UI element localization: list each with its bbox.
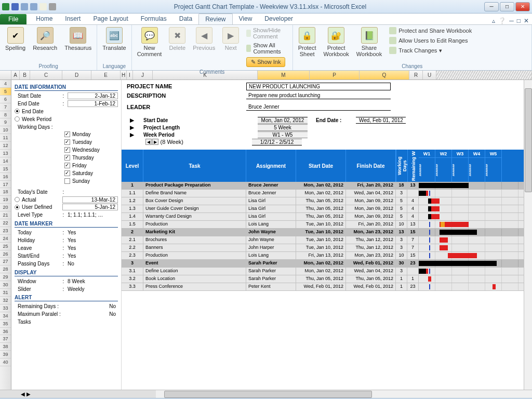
close-button[interactable]: ✕ xyxy=(515,2,530,11)
row-header-37[interactable]: 37 xyxy=(0,335,11,343)
end-date-field[interactable]: 1-Feb-12 xyxy=(68,100,118,107)
col-header-I[interactable]: I xyxy=(127,71,133,79)
row-header-31[interactable]: 31 xyxy=(0,289,11,297)
next-comment-button[interactable]: ▶Next xyxy=(220,26,241,52)
table-row[interactable]: 1.2Box Cover DesignLisa GirlThu, Jan 05,… xyxy=(122,197,532,205)
research-button[interactable]: 🔎Research xyxy=(31,26,59,52)
row-header-9[interactable]: 9 xyxy=(0,118,11,126)
col-header-Q[interactable]: Q xyxy=(360,71,409,79)
sheet-tabs[interactable]: ◀ ▶ xyxy=(0,390,156,398)
row-header-30[interactable]: 30 xyxy=(0,281,11,289)
col-header-U[interactable]: U xyxy=(423,71,436,79)
row-header-13[interactable]: 13 xyxy=(0,150,11,157)
col-header-M[interactable]: M xyxy=(258,71,310,79)
row-header-34[interactable]: 34 xyxy=(0,312,11,320)
protect-sheet-button[interactable]: 🔒Protect Sheet xyxy=(296,26,318,58)
print-icon[interactable] xyxy=(49,3,56,10)
tab-data[interactable]: Data xyxy=(173,14,198,24)
column-headers[interactable]: ABCDEHIJKMPQRU xyxy=(0,71,532,80)
table-row[interactable]: 1.1Define Brand NameBruce JennerMon, Jan… xyxy=(122,190,532,197)
day-monday-checkbox[interactable] xyxy=(64,131,70,137)
day-friday-checkbox[interactable] xyxy=(64,163,70,168)
start-date-field[interactable]: 2-Jan-12 xyxy=(68,92,118,99)
minimize-button[interactable]: ─ xyxy=(484,2,499,11)
col-header-select-all[interactable] xyxy=(0,71,11,79)
row-header-29[interactable]: 29 xyxy=(0,273,11,281)
row-header-18[interactable]: 18 xyxy=(0,188,11,196)
table-row[interactable]: 3.3Press ConferencePeter KentWed, Feb 01… xyxy=(122,283,532,291)
end-date-radio[interactable] xyxy=(15,109,20,114)
day-sunday-checkbox[interactable] xyxy=(64,178,70,184)
ribbon-min-icon[interactable]: ▵ xyxy=(492,17,495,24)
col-header-P[interactable]: P xyxy=(310,71,360,79)
wb-close-icon[interactable]: ✕ xyxy=(524,17,529,24)
col-header-B[interactable]: B xyxy=(20,71,30,79)
col-header-A[interactable]: A xyxy=(11,71,20,79)
week-nav[interactable]: ◀▶ xyxy=(145,139,158,145)
row-header-4[interactable]: 4 xyxy=(0,80,11,88)
row-header-14[interactable]: 14 xyxy=(0,157,11,165)
redo-icon[interactable] xyxy=(30,3,37,10)
row-header-6[interactable]: 6 xyxy=(0,96,11,103)
user-defined-radio[interactable] xyxy=(15,205,20,210)
col-header-D[interactable]: D xyxy=(62,71,91,79)
col-header-R[interactable]: R xyxy=(409,71,423,79)
spelling-button[interactable]: ✔Spelling xyxy=(3,26,28,52)
tab-view[interactable]: View xyxy=(233,14,259,24)
show-all-comments-button[interactable]: Show All Comments xyxy=(244,41,289,56)
tab-home[interactable]: Home xyxy=(30,14,59,24)
row-header-26[interactable]: 26 xyxy=(0,250,11,258)
tab-insert[interactable]: Insert xyxy=(59,14,87,24)
row-header-19[interactable]: 19 xyxy=(0,196,11,204)
row-header-24[interactable]: 24 xyxy=(0,235,11,243)
row-header-7[interactable]: 7 xyxy=(0,103,11,111)
table-row[interactable]: 2.3ProductionLois LangFri, Jan 13, 2012M… xyxy=(122,252,532,260)
previous-comment-button[interactable]: ◀Previous xyxy=(191,26,217,52)
row-headers[interactable]: 4567891011121314151617181920212223242526… xyxy=(0,80,11,390)
track-changes-button[interactable]: Track Changes ▾ xyxy=(387,46,474,55)
table-row[interactable]: 3.1Define LocationSarah ParkerMon, Jan 0… xyxy=(122,268,532,275)
wb-restore-icon[interactable]: □ xyxy=(517,17,521,24)
row-header-10[interactable]: 10 xyxy=(0,126,11,134)
tab-page-layout[interactable]: Page Layout xyxy=(87,14,134,24)
row-header-39[interactable]: 39 xyxy=(0,351,11,358)
translate-button[interactable]: 🔤Translate xyxy=(100,26,128,52)
vertical-scrollbar[interactable] xyxy=(524,80,532,390)
delete-comment-button[interactable]: ✖Delete xyxy=(167,26,188,52)
row-header-16[interactable]: 16 xyxy=(0,173,11,181)
new-icon[interactable] xyxy=(39,3,47,10)
week-period-radio[interactable] xyxy=(15,116,20,122)
row-header-17[interactable]: 17 xyxy=(0,181,11,189)
day-tuesday-checkbox[interactable] xyxy=(64,139,70,145)
tab-developer[interactable]: Developer xyxy=(258,14,299,24)
help-icon[interactable]: ❔ xyxy=(498,17,506,24)
table-row[interactable]: 2Marketing KitJohn WayneTue, Jan 10, 201… xyxy=(122,229,532,236)
share-workbook-button[interactable]: 📗Share Workbook xyxy=(354,26,384,58)
undo-icon[interactable] xyxy=(21,3,28,10)
table-row[interactable]: 2.1BrochuresJohn WayneTue, Jan 10, 2012T… xyxy=(122,236,532,244)
show-hide-comment-button[interactable]: Show/Hide Comment xyxy=(244,26,289,41)
row-header-33[interactable]: 33 xyxy=(0,304,11,312)
row-header-36[interactable]: 36 xyxy=(0,328,11,336)
row-header-25[interactable]: 25 xyxy=(0,243,11,250)
wb-min-icon[interactable]: ─ xyxy=(509,17,514,24)
col-header-H[interactable]: H xyxy=(121,71,127,79)
show-ink-button[interactable]: ✎ Show Ink xyxy=(244,56,289,68)
row-header-40[interactable]: 40 xyxy=(0,358,11,366)
description-cell[interactable]: Prepare new product launching xyxy=(246,92,391,99)
maximize-button[interactable]: □ xyxy=(500,2,514,11)
row-header-27[interactable]: 27 xyxy=(0,258,11,265)
table-row[interactable]: 2.2BannersJohn HarperTue, Jan 10, 2012Th… xyxy=(122,244,532,252)
table-row[interactable]: 3.2Book LocationSarah ParkerThu, Jan 05,… xyxy=(122,275,532,283)
table-row[interactable]: 1.3User Guide Cover DesignLisa GirlThu, … xyxy=(122,205,532,213)
leader-cell[interactable]: Bruce Jenner xyxy=(246,103,391,111)
row-header-35[interactable]: 35 xyxy=(0,320,11,328)
tab-formulas[interactable]: Formulas xyxy=(135,14,173,24)
table-row[interactable]: 1.4Warranty Card DesignLisa GirlThu, Jan… xyxy=(122,213,532,221)
row-header-38[interactable]: 38 xyxy=(0,343,11,351)
day-thursday-checkbox[interactable] xyxy=(64,155,70,161)
project-name-cell[interactable]: NEW PRODUCT LAUNCHING xyxy=(246,83,391,90)
row-header-22[interactable]: 22 xyxy=(0,219,11,227)
allow-edit-ranges-button[interactable]: Allow Users to Edit Ranges xyxy=(387,36,474,45)
tab-review[interactable]: Review xyxy=(198,14,232,24)
